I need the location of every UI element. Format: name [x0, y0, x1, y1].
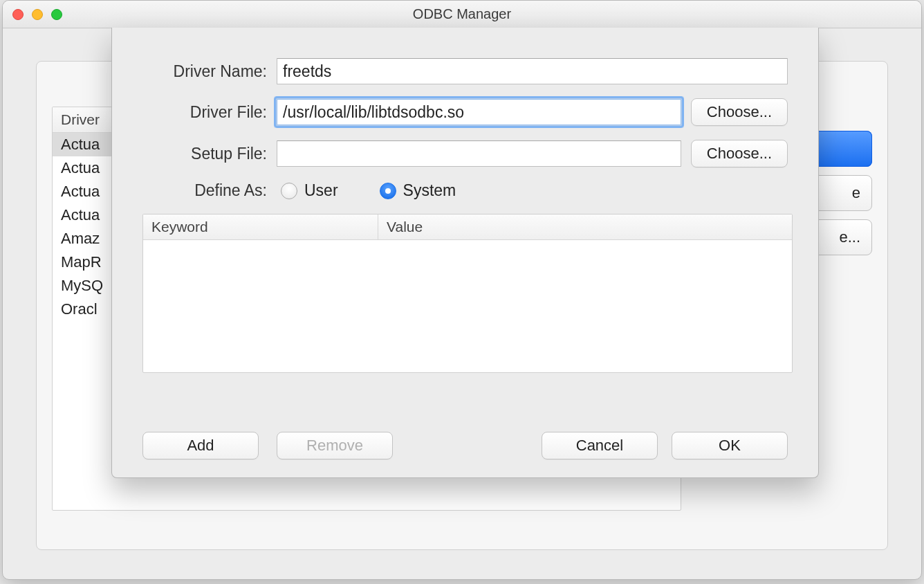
ok-button[interactable]: OK [672, 432, 788, 459]
window-titlebar: ODBC Manager [3, 1, 921, 28]
setup-file-label: Setup File: [142, 145, 267, 163]
radio-user-label: User [304, 181, 338, 200]
driver-name-row: Driver Name: [142, 58, 788, 84]
sheet-button-row: Add Remove Cancel OK [142, 432, 788, 459]
kv-value-header: Value [378, 215, 792, 239]
radio-system-label: System [403, 181, 456, 200]
driver-file-row: Driver File: Choose... [142, 98, 788, 126]
radio-icon [281, 183, 297, 199]
driver-name-input[interactable] [277, 58, 788, 84]
remove-button: Remove [277, 432, 393, 459]
driver-file-input[interactable] [277, 99, 681, 125]
window-title: ODBC Manager [3, 6, 921, 22]
add-button[interactable]: Add [142, 432, 259, 459]
define-as-row: Define As: User System [142, 181, 788, 200]
define-as-system-radio[interactable]: System [380, 181, 456, 200]
odbc-manager-window: ODBC Manager Driver ActuaActuaActuaActua… [2, 0, 922, 580]
driver-config-sheet: Driver Name: Driver File: Choose... Setu… [111, 28, 819, 478]
driver-file-label: Driver File: [142, 103, 267, 122]
choose-setup-file-button[interactable]: Choose... [691, 140, 788, 167]
kv-table-header: Keyword Value [143, 215, 792, 240]
kv-keyword-header: Keyword [143, 215, 378, 239]
define-as-label: Define As: [142, 181, 267, 200]
setup-file-input[interactable] [277, 140, 681, 167]
cancel-button[interactable]: Cancel [542, 432, 658, 459]
setup-file-row: Setup File: Choose... [142, 140, 788, 167]
keyword-value-table[interactable]: Keyword Value [142, 214, 793, 373]
define-as-user-radio[interactable]: User [281, 181, 338, 200]
driver-name-label: Driver Name: [142, 62, 267, 81]
choose-driver-file-button[interactable]: Choose... [691, 98, 788, 126]
radio-icon [380, 183, 396, 199]
